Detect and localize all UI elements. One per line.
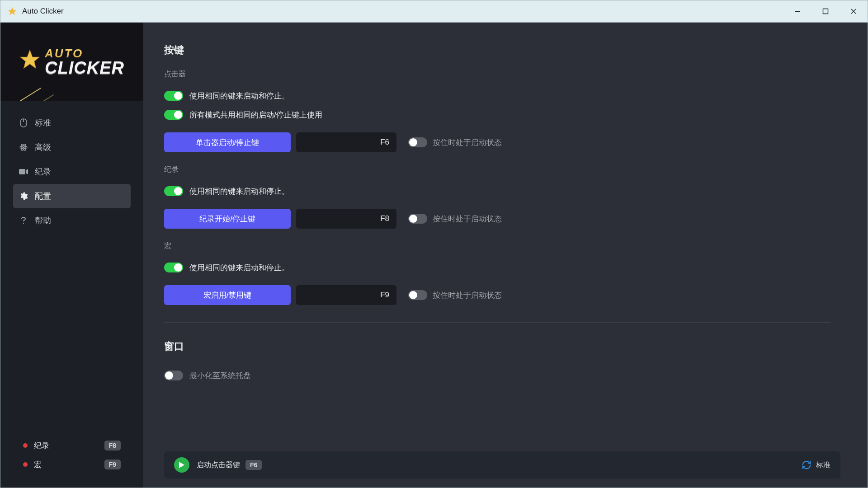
clicker-same-key-label: 使用相同的键来启动和停止。 bbox=[189, 91, 289, 101]
close-button[interactable] bbox=[840, 0, 868, 22]
clicker-key-display[interactable]: F6 bbox=[296, 132, 396, 152]
toggle-clicker-same-key[interactable] bbox=[164, 91, 183, 101]
minimize-button[interactable] bbox=[783, 0, 811, 22]
toggle-shared-keys[interactable] bbox=[164, 110, 183, 120]
maximize-button[interactable] bbox=[811, 0, 840, 22]
sidebar-item-record[interactable]: 纪录 bbox=[13, 160, 131, 184]
svg-rect-1 bbox=[795, 11, 800, 12]
svg-marker-14 bbox=[179, 462, 184, 468]
footer-macro-label: 宏 bbox=[34, 460, 42, 470]
group-clicker-label: 点击器 bbox=[164, 70, 830, 79]
bottom-start-label: 启动点击器键 bbox=[197, 460, 240, 470]
macro-hold-label: 按住时处于启动状态 bbox=[433, 290, 502, 300]
record-hold-label: 按住时处于启动状态 bbox=[433, 214, 502, 224]
toggle-record-hold[interactable] bbox=[408, 214, 427, 224]
shared-keys-label: 所有模式共用相同的启动/停止键上使用 bbox=[189, 110, 322, 120]
mouse-icon bbox=[19, 118, 28, 128]
gear-icon bbox=[19, 191, 28, 201]
record-same-key-label: 使用相同的键来启动和停止。 bbox=[189, 186, 289, 197]
star-icon bbox=[19, 49, 40, 74]
footer-record-label: 纪录 bbox=[34, 441, 49, 451]
clicker-key-button[interactable]: 单击器启动/停止键 bbox=[164, 132, 291, 152]
footer-record-key: F8 bbox=[104, 441, 121, 450]
record-indicator-icon bbox=[23, 443, 28, 448]
toggle-minimize-tray[interactable] bbox=[164, 371, 183, 380]
bottom-start-key: F6 bbox=[245, 460, 262, 470]
play-button[interactable] bbox=[174, 457, 189, 473]
sidebar-item-advanced[interactable]: 高级 bbox=[13, 135, 131, 160]
toggle-record-same-key[interactable] bbox=[164, 186, 183, 196]
svg-rect-2 bbox=[823, 9, 828, 14]
app-icon bbox=[7, 6, 18, 17]
footer-record-status: 纪录 F8 bbox=[23, 436, 121, 455]
sidebar-item-label: 纪录 bbox=[35, 166, 51, 177]
titlebar: Auto Clicker bbox=[0, 0, 868, 23]
svg-point-11 bbox=[23, 146, 24, 148]
sidebar: AUTO CLICKER 标准 高级 纪录 配置 bbox=[0, 23, 143, 488]
sidebar-item-label: 标准 bbox=[35, 117, 51, 128]
sidebar-footer: 纪录 F8 宏 F9 bbox=[0, 436, 143, 474]
svg-marker-5 bbox=[20, 50, 39, 68]
sidebar-item-settings[interactable]: 配置 bbox=[13, 184, 131, 208]
footer-macro-key: F9 bbox=[104, 460, 121, 469]
macro-key-display[interactable]: F9 bbox=[296, 285, 396, 305]
record-key-button[interactable]: 纪录开始/停止键 bbox=[164, 209, 291, 229]
question-icon bbox=[19, 216, 28, 225]
sidebar-item-help[interactable]: 帮助 bbox=[13, 208, 131, 233]
sidebar-item-label: 帮助 bbox=[35, 215, 51, 226]
section-divider bbox=[164, 322, 830, 323]
page-heading-window: 窗口 bbox=[164, 340, 830, 353]
sidebar-item-label: 配置 bbox=[35, 191, 51, 202]
svg-rect-12 bbox=[19, 169, 25, 174]
nav: 标准 高级 纪录 配置 帮助 bbox=[0, 101, 143, 233]
page-heading-keys: 按键 bbox=[164, 43, 830, 57]
sidebar-item-standard[interactable]: 标准 bbox=[13, 111, 131, 135]
main-panel: 按键 点击器 使用相同的键来启动和停止。 所有模式共用相同的启动/停止键上使用 … bbox=[143, 23, 868, 488]
toggle-clicker-hold[interactable] bbox=[408, 137, 427, 147]
macro-same-key-label: 使用相同的键来启动和停止。 bbox=[189, 263, 289, 273]
bottom-bar: 启动点击器键 F6 标准 bbox=[164, 451, 840, 479]
camera-icon bbox=[19, 167, 28, 177]
clicker-hold-label: 按住时处于启动状态 bbox=[433, 137, 502, 148]
record-key-display[interactable]: F8 bbox=[296, 209, 396, 229]
logo-line2: CLICKER bbox=[45, 59, 124, 76]
group-macro-label: 宏 bbox=[164, 241, 830, 251]
minimize-tray-label: 最小化至系统托盘 bbox=[189, 371, 251, 381]
toggle-macro-hold[interactable] bbox=[408, 290, 427, 300]
window-title: Auto Clicker bbox=[22, 7, 64, 16]
macro-key-button[interactable]: 宏启用/禁用键 bbox=[164, 285, 291, 305]
atom-icon bbox=[19, 142, 28, 152]
app-logo: AUTO CLICKER bbox=[0, 23, 143, 101]
bottom-mode-label: 标准 bbox=[816, 460, 830, 470]
logo-line1: AUTO bbox=[45, 47, 124, 59]
svg-marker-13 bbox=[26, 169, 28, 174]
group-record-label: 纪录 bbox=[164, 165, 830, 174]
sidebar-item-label: 高级 bbox=[35, 142, 51, 153]
toggle-macro-same-key[interactable] bbox=[164, 263, 183, 272]
svg-marker-0 bbox=[8, 7, 16, 15]
footer-macro-status: 宏 F9 bbox=[23, 455, 121, 474]
macro-indicator-icon bbox=[23, 462, 28, 467]
refresh-icon[interactable] bbox=[802, 460, 811, 470]
